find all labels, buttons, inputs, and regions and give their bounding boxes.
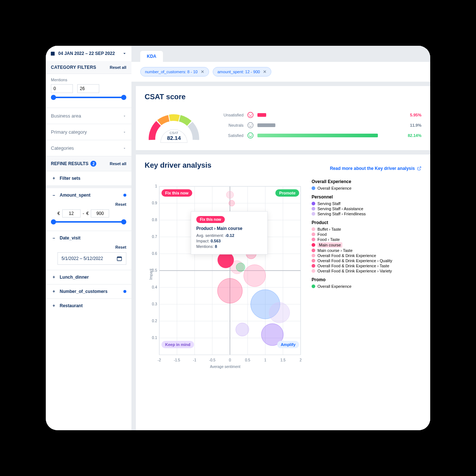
- quadrant-amplify-label: Amplify: [277, 341, 299, 348]
- gauge-value: 82.14: [161, 135, 187, 141]
- category-filters-title: CATEGORY FILTERS: [51, 65, 96, 70]
- svg-point-66: [229, 200, 235, 206]
- collapse-icon: –: [51, 235, 57, 241]
- expand-icon: +: [51, 289, 57, 294]
- amount-slider[interactable]: [53, 221, 124, 223]
- legend-item[interactable]: Food: [312, 232, 421, 237]
- active-filter-dot: [123, 194, 126, 197]
- csat-gauge: CSAT 82.14: [145, 107, 203, 144]
- svg-point-59: [269, 302, 290, 323]
- legend-item[interactable]: Overall Experience: [312, 284, 421, 289]
- tooltip-title: Product › Main course: [196, 226, 262, 231]
- kda-legend: Overall Experience Overall Experience Pe…: [312, 179, 421, 369]
- legend-item[interactable]: Overall Food & Drink Experience › Taste: [312, 263, 421, 268]
- svg-text:0.7: 0.7: [152, 235, 157, 239]
- mentions-min-input[interactable]: [51, 84, 73, 93]
- tab-kda[interactable]: KDA: [140, 51, 163, 62]
- quadrant-promote-label: Promote: [275, 189, 299, 197]
- svg-text:0.2: 0.2: [152, 319, 157, 323]
- kda-read-more-link[interactable]: Read more about the Key driver analysis: [330, 166, 421, 171]
- quadrant-keep-label: Keep in mind: [161, 341, 194, 348]
- svg-point-13: [251, 135, 252, 135]
- calendar-icon: [116, 256, 122, 261]
- kda-card: Key driver analysis Read more about the …: [136, 155, 430, 430]
- date-visit-row[interactable]: – Date_visit: [46, 231, 131, 245]
- svg-point-58: [236, 323, 249, 336]
- external-link-icon: [417, 166, 421, 171]
- business-area-dropdown[interactable]: Business area: [46, 108, 131, 124]
- satisfied-row: Satisfied 82.14%: [218, 132, 421, 139]
- chip-close-icon[interactable]: ✕: [201, 69, 204, 74]
- svg-rect-3: [117, 257, 122, 258]
- categories-dropdown[interactable]: Categories: [46, 140, 131, 156]
- mentions-slider[interactable]: [53, 97, 124, 98]
- svg-text:-2: -2: [158, 358, 161, 362]
- chevron-down-icon: [122, 51, 127, 56]
- amount-reset-link[interactable]: Reset: [51, 202, 126, 207]
- svg-point-11: [248, 133, 253, 138]
- x-axis-label: Average sentiment: [210, 365, 240, 369]
- date-visit-field[interactable]: 5/1/2022 – 5/12/2022: [57, 252, 126, 265]
- svg-line-14: [419, 167, 421, 169]
- lunch-dinner-row[interactable]: + Lunch_dinner: [46, 270, 131, 284]
- neutrals-row: Neutrals 11.9%: [218, 122, 421, 129]
- legend-item[interactable]: Main course › Taste: [312, 248, 421, 253]
- legend-item[interactable]: Buffet › Taste: [312, 227, 421, 232]
- chip-close-icon[interactable]: ✕: [263, 69, 267, 74]
- legend-item[interactable]: Overall Experience: [312, 186, 421, 191]
- sidebar: 04 JAN 2022 – 22 SEP 2022 CATEGORY FILTE…: [46, 46, 131, 430]
- happy-face-icon: [247, 132, 254, 139]
- slider-thumb-max[interactable]: [121, 95, 126, 100]
- neutral-face-icon: [247, 122, 254, 129]
- legend-item[interactable]: Overall Food & Drink Experience: [312, 253, 421, 258]
- caret-down-icon: [123, 146, 126, 150]
- csat-title: CSAT score: [145, 93, 421, 101]
- svg-text:0.5: 0.5: [245, 358, 250, 362]
- primary-category-dropdown[interactable]: Primary category: [46, 124, 131, 140]
- main-content: KDA number_of_customers: 8 - 10 ✕ amount…: [131, 46, 430, 430]
- legend-item[interactable]: Main course: [312, 242, 421, 248]
- refine-count-badge: 2: [90, 161, 96, 167]
- chip-num-customers: number_of_customers: 8 - 10 ✕: [140, 67, 209, 77]
- kda-title: Key driver analysis: [145, 161, 211, 170]
- legend-item[interactable]: Serving Staff › Friendliness: [312, 211, 421, 216]
- sad-face-icon: [247, 112, 254, 118]
- refine-results-header: REFINE RESULTS 2 Reset all: [46, 156, 131, 171]
- svg-point-67: [217, 278, 242, 303]
- slider-thumb-min[interactable]: [51, 95, 56, 100]
- mentions-max-input[interactable]: [77, 84, 99, 93]
- svg-text:1: 1: [155, 184, 157, 188]
- amount-spent-row[interactable]: – Amount_spent: [46, 185, 131, 202]
- amount-min-input[interactable]: [62, 209, 81, 217]
- svg-text:-1.5: -1.5: [174, 358, 181, 362]
- number-customers-row[interactable]: + Number_of_customers: [46, 284, 131, 298]
- svg-text:-1: -1: [193, 358, 196, 362]
- filter-chips-row: number_of_customers: 8 - 10 ✕ amount_spe…: [131, 62, 430, 82]
- svg-text:0.8: 0.8: [152, 218, 157, 222]
- refine-reset-all[interactable]: Reset all: [110, 161, 126, 166]
- kda-scatter-chart: Impact Average sentiment Fix this now Pr…: [145, 179, 306, 369]
- svg-text:1.5: 1.5: [280, 358, 286, 362]
- category-filters-header: CATEGORY FILTERS Reset all: [46, 61, 131, 74]
- slider-thumb-max[interactable]: [121, 219, 126, 224]
- mentions-filter: Mentions: [46, 74, 131, 108]
- quadrant-fix-label: Fix this now: [161, 189, 192, 197]
- legend-item[interactable]: Overall Food & Drink Experience › Variet…: [312, 268, 421, 274]
- app-frame: 04 JAN 2022 – 22 SEP 2022 CATEGORY FILTE…: [46, 46, 430, 430]
- legend-item[interactable]: Overall Food & Drink Experience › Qualit…: [312, 258, 421, 263]
- y-axis-label: Impact: [149, 269, 153, 280]
- legend-item[interactable]: Serving Staff › Assistance: [312, 206, 421, 211]
- legend-item[interactable]: Serving Staff: [312, 201, 421, 206]
- amount-spent-expanded: Reset € - €: [46, 202, 131, 231]
- restaurant-row[interactable]: + Restaurant: [46, 298, 131, 313]
- caret-down-icon: [123, 130, 126, 134]
- date-range-picker[interactable]: 04 JAN 2022 – 22 SEP 2022: [46, 46, 131, 61]
- date-reset-link[interactable]: Reset: [51, 245, 126, 249]
- refine-title: REFINE RESULTS: [51, 161, 88, 166]
- svg-point-4: [248, 112, 253, 118]
- slider-thumb-min[interactable]: [51, 219, 56, 224]
- amount-max-input[interactable]: [91, 209, 109, 217]
- filter-sets-row[interactable]: + Filter sets: [46, 171, 131, 185]
- reset-all-link[interactable]: Reset all: [110, 65, 126, 70]
- legend-item[interactable]: Food › Taste: [312, 237, 421, 242]
